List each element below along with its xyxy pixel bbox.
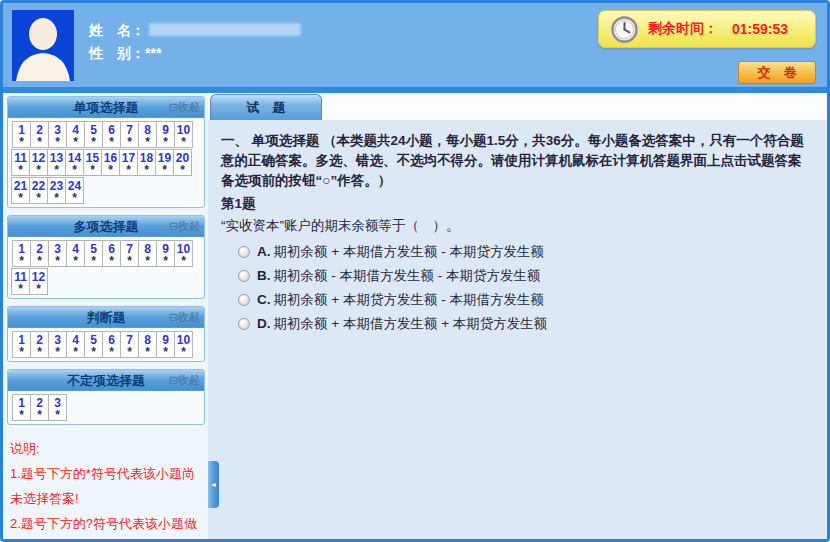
unanswered-marker: * xyxy=(157,347,174,357)
collapse-link[interactable]: ⊟收起 xyxy=(169,216,200,237)
question-number-cell[interactable]: 10* xyxy=(174,121,193,148)
person-silhouette-icon xyxy=(12,10,74,81)
question-number-cell[interactable]: 5* xyxy=(84,331,103,358)
question-number-cell[interactable]: 8* xyxy=(138,331,157,358)
option-letter: C. xyxy=(257,290,271,310)
unanswered-marker: * xyxy=(31,137,48,147)
unanswered-marker: * xyxy=(156,165,173,175)
unanswered-marker: * xyxy=(13,410,30,420)
sidebar-collapse-handle[interactable]: ◄ xyxy=(208,461,219,508)
radio-button[interactable] xyxy=(238,294,250,306)
unanswered-marker: * xyxy=(103,347,120,357)
question-number-cell[interactable]: 3* xyxy=(48,394,67,421)
question-number-cell[interactable]: 24* xyxy=(65,177,84,204)
question-number-cell[interactable]: 6* xyxy=(102,240,121,267)
submit-paper-button[interactable]: 交 卷 xyxy=(738,61,816,84)
clock-icon xyxy=(611,16,638,43)
question-text: “实收资本”账户的期末余额等于（ ）。 xyxy=(221,216,813,236)
question-number-heading: 第1题 xyxy=(221,194,813,214)
question-number-cell[interactable]: 7* xyxy=(120,240,139,267)
unanswered-marker: * xyxy=(121,137,138,147)
question-number-cell[interactable]: 3* xyxy=(48,240,67,267)
question-number-cell[interactable]: 12* xyxy=(29,149,48,176)
question-number-cell[interactable]: 2* xyxy=(30,121,49,148)
question-number-cell[interactable]: 9* xyxy=(156,121,175,148)
question-number-cell[interactable]: 21* xyxy=(11,177,30,204)
question-number-cell[interactable]: 2* xyxy=(30,240,49,267)
question-number-cell[interactable]: 3* xyxy=(48,331,67,358)
unanswered-marker: * xyxy=(31,410,48,420)
question-number-cell[interactable]: 22* xyxy=(29,177,48,204)
question-number-cell[interactable]: 17* xyxy=(119,149,138,176)
question-number-cell[interactable]: 12* xyxy=(29,268,48,295)
question-number-cell[interactable]: 9* xyxy=(156,240,175,267)
answer-option-c[interactable]: C. 期初余额 + 本期贷方发生额 - 本期借方发生额 xyxy=(238,290,813,310)
exam-window: 姓 名： 性 别：*** 剩余时间：01:59:53 交 卷 单项选择题 ⊟收起 xyxy=(0,0,830,542)
unanswered-marker: * xyxy=(48,165,65,175)
question-number-cell[interactable]: 18* xyxy=(137,149,156,176)
question-number-cell[interactable]: 23* xyxy=(47,177,66,204)
name-row: 姓 名： xyxy=(89,19,301,42)
question-number-cell[interactable]: 20* xyxy=(173,149,192,176)
section-header: 不定项选择题 ⊟收起 xyxy=(8,370,204,391)
question-number-cell[interactable]: 4* xyxy=(66,121,85,148)
section-header: 多项选择题 ⊟收起 xyxy=(8,216,204,237)
collapse-icon: ⊟ xyxy=(169,101,178,113)
section-panel-single-choice: 单项选择题 ⊟收起 1*2*3*4*5*6*7*8*9*10*11*12*13*… xyxy=(7,96,205,208)
question-number-cell[interactable]: 5* xyxy=(84,121,103,148)
question-number-cell[interactable]: 7* xyxy=(120,121,139,148)
radio-button[interactable] xyxy=(238,270,250,282)
gender-row: 性 别：*** xyxy=(89,42,301,65)
unanswered-marker: * xyxy=(66,165,83,175)
question-number-cell[interactable]: 1* xyxy=(12,331,31,358)
note-line: 2.题号下方的?符号代表该小题做过标记! xyxy=(10,511,201,539)
question-number-cell[interactable]: 11* xyxy=(11,268,30,295)
question-number-cell[interactable]: 10* xyxy=(174,240,193,267)
question-number-cell[interactable]: 3* xyxy=(48,121,67,148)
question-number-cell[interactable]: 4* xyxy=(66,331,85,358)
candidate-photo xyxy=(12,10,74,81)
unanswered-marker: * xyxy=(12,193,29,203)
question-number-cell[interactable]: 13* xyxy=(47,149,66,176)
question-number-cell[interactable]: 9* xyxy=(156,331,175,358)
radio-button[interactable] xyxy=(238,318,250,330)
question-number-cell[interactable]: 2* xyxy=(30,331,49,358)
tab-exam-question[interactable]: 试 题 xyxy=(210,94,322,120)
unanswered-marker: * xyxy=(48,193,65,203)
collapse-label: 收起 xyxy=(178,101,200,113)
question-number-cell[interactable]: 6* xyxy=(102,121,121,148)
question-number-cell[interactable]: 4* xyxy=(66,240,85,267)
question-number-cell[interactable]: 1* xyxy=(12,240,31,267)
question-number-cell[interactable]: 5* xyxy=(84,240,103,267)
unanswered-marker: * xyxy=(102,165,119,175)
question-number-cell[interactable]: 6* xyxy=(102,331,121,358)
collapse-link[interactable]: ⊟收起 xyxy=(169,370,200,391)
collapse-label: 收起 xyxy=(178,220,200,232)
question-number-cell[interactable]: 7* xyxy=(120,331,139,358)
unanswered-marker: * xyxy=(85,347,102,357)
question-number-cell[interactable]: 14* xyxy=(65,149,84,176)
radio-button[interactable] xyxy=(238,246,250,258)
section-panel-indefinite-choice: 不定项选择题 ⊟收起 1*2*3* xyxy=(7,369,205,425)
collapse-icon: ⊟ xyxy=(169,311,178,323)
unanswered-marker: * xyxy=(49,256,66,266)
collapse-link[interactable]: ⊟收起 xyxy=(169,97,200,118)
question-number-cell[interactable]: 11* xyxy=(11,149,30,176)
collapse-icon: ⊟ xyxy=(169,374,178,386)
unanswered-marker: * xyxy=(30,284,47,294)
question-number-cell[interactable]: 10* xyxy=(174,331,193,358)
collapse-link[interactable]: ⊟收起 xyxy=(169,307,200,328)
question-number-cell[interactable]: 8* xyxy=(138,121,157,148)
question-number-cell[interactable]: 8* xyxy=(138,240,157,267)
question-number-cell[interactable]: 1* xyxy=(12,121,31,148)
question-number-cell[interactable]: 19* xyxy=(155,149,174,176)
question-number-cell[interactable]: 2* xyxy=(30,394,49,421)
option-letter: B. xyxy=(257,266,271,286)
question-number-cell[interactable]: 16* xyxy=(101,149,120,176)
question-number-cell[interactable]: 1* xyxy=(12,394,31,421)
question-number-cell[interactable]: 15* xyxy=(83,149,102,176)
option-text: 期初余额 + 本期借方发生额 + 本期贷方发生额 xyxy=(274,314,548,334)
answer-option-d[interactable]: D. 期初余额 + 本期借方发生额 + 本期贷方发生额 xyxy=(238,314,813,334)
answer-option-a[interactable]: A. 期初余额 + 本期借方发生额 - 本期贷方发生额 xyxy=(238,242,813,262)
answer-option-b[interactable]: B. 期初余额 - 本期借方发生额 - 本期贷方发生额 xyxy=(238,266,813,286)
